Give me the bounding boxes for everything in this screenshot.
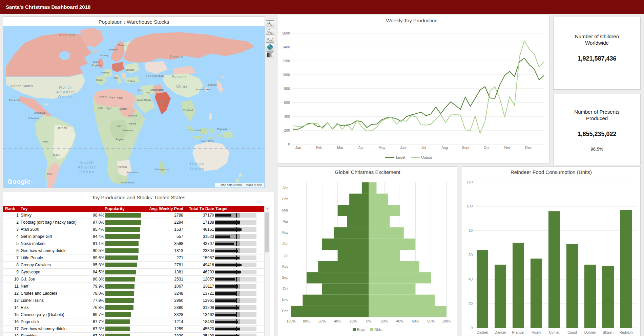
target-bullet — [215, 312, 256, 317]
map-label: Afghanistan — [150, 88, 164, 91]
map-label: DRC — [117, 125, 123, 128]
svg-text:Sept: Sept — [462, 145, 470, 150]
target-bullet — [215, 213, 256, 218]
map-gradient-scale-button[interactable] — [266, 51, 274, 58]
col-rank: Rank — [5, 206, 15, 212]
table-row: 14Risk76.8%288031208 — [3, 304, 264, 311]
svg-text:Jan: Jan — [295, 145, 301, 150]
svg-text:Jul: Jul — [284, 253, 288, 257]
map-label: Sweden — [109, 48, 118, 51]
map-label: Chile — [47, 173, 53, 176]
popularity-bar — [105, 227, 140, 232]
svg-text:Oct: Oct — [283, 287, 288, 291]
weekly-production-chart: 02004006008001000120014001600JanFebMarAp… — [277, 15, 549, 163]
table-row: 7Little People89.6%27115987 — [3, 254, 264, 262]
svg-text:Dancer: Dancer — [495, 330, 506, 334]
map-zoom-out-button[interactable] — [266, 28, 274, 35]
col-avg-weekly: Avg. Weekly Prod — [145, 206, 183, 212]
popularity-bar — [105, 220, 141, 225]
map-label: Atlantic — [56, 90, 75, 94]
map-label: Papua N... — [217, 128, 229, 131]
svg-text:60: 60 — [469, 253, 473, 257]
popularity-bar — [105, 234, 140, 239]
kpi-children-card: Number of Children Worldwide 1,921,587,4… — [553, 17, 641, 90]
globe-icon — [267, 44, 273, 50]
map-world-view-button[interactable] — [266, 44, 274, 50]
svg-text:Jun: Jun — [400, 145, 406, 150]
svg-text:Girls: Girls — [374, 328, 382, 332]
reindeer-title: Reindeer Food Consumption (Units) — [462, 169, 640, 175]
excitement-panel: Global Christmas Excitement JanFebMarApr… — [278, 166, 457, 336]
table-row: 2Footbag (dirt bag / hacky sack)97.0%229… — [3, 219, 264, 226]
svg-text:80%: 80% — [428, 319, 435, 323]
svg-text:80%: 80% — [303, 319, 310, 323]
svg-text:Jun: Jun — [283, 242, 288, 246]
target-bullet — [215, 263, 256, 267]
popularity-bar — [105, 305, 133, 310]
map-label: Finland — [118, 44, 127, 47]
svg-text:400: 400 — [284, 114, 290, 118]
map-zoom-in-button[interactable] — [266, 20, 274, 27]
map-label: China — [176, 84, 187, 88]
world-map[interactable]: Google GreenlandNorwaySwedenFinlandUnite… — [3, 26, 265, 188]
svg-text:Mar: Mar — [337, 145, 344, 150]
svg-text:Cupid: Cupid — [567, 330, 577, 334]
map-label: North — [59, 85, 72, 89]
table-row: 1Slinky98.4%278837170 — [3, 212, 264, 219]
svg-text:1000: 1000 — [282, 73, 290, 77]
target-bullet — [215, 291, 256, 296]
map-label: Iraq — [138, 89, 143, 92]
svg-text:May: May — [282, 230, 289, 234]
zoom-in-icon — [267, 21, 273, 26]
svg-text:60%: 60% — [318, 319, 326, 323]
svg-text:Target: Target — [395, 155, 405, 159]
svg-text:Aug: Aug — [282, 264, 288, 268]
map-zoom-selection-button[interactable] — [266, 36, 274, 43]
zoom-out-icon — [267, 29, 273, 34]
map-label: Mali — [98, 106, 103, 109]
google-logo: Google — [7, 178, 30, 185]
scrollbar-thumb[interactable] — [265, 212, 269, 252]
popularity-bar — [105, 334, 130, 336]
svg-text:600: 600 — [284, 100, 290, 105]
map-label: Indian — [190, 162, 205, 166]
svg-text:40%: 40% — [396, 319, 403, 323]
table-row: 3Atari 260095.4%153746151 — [3, 226, 264, 233]
map-label: Thailand — [183, 109, 193, 112]
map-label: Ocean — [190, 167, 205, 171]
svg-text:100%: 100% — [287, 319, 296, 323]
popularity-bar — [105, 284, 134, 289]
toy-table-panel: Toy Production and Stocks: United States… — [3, 192, 274, 336]
target-bullet — [215, 319, 256, 324]
popularity-bar — [105, 312, 131, 317]
map-label: Tanzania — [123, 129, 133, 132]
map-label: Botswana — [127, 171, 138, 174]
table-row: 16Pogo stick67.7%121418483 — [3, 318, 264, 326]
popularity-bar — [105, 213, 141, 218]
svg-text:Mar: Mar — [282, 208, 289, 212]
gradient-scale-icon — [267, 52, 273, 58]
svg-text:Vixen: Vixen — [532, 330, 541, 334]
map-label: Russia — [170, 55, 183, 59]
svg-text:Apr: Apr — [358, 145, 364, 150]
kpi-presents-label: Number of Presents Produced — [566, 109, 627, 122]
scroll-up-button[interactable]: ▲ — [265, 206, 270, 211]
table-scrollbar[interactable]: ▲ — [264, 206, 270, 336]
svg-text:120: 120 — [466, 180, 473, 184]
map-data-text: Map data ©2018 — [221, 183, 242, 187]
map-label: Madagascar — [155, 168, 169, 171]
target-bullet — [215, 220, 256, 225]
table-row: 15Chinese yo-yo (Diabolo)69.7%332813462 — [3, 311, 264, 318]
map-label: Kazakhstan — [145, 74, 164, 78]
map-label: Italy — [113, 76, 118, 79]
map-label: Spain — [96, 79, 102, 82]
svg-text:20%: 20% — [381, 319, 388, 323]
weekly-production-panel: Weekly Toy Production 020040060080010001… — [277, 15, 550, 163]
svg-text:Rudolph: Rudolph — [619, 330, 632, 334]
map-label: Niger — [106, 107, 112, 110]
target-bullet — [215, 284, 256, 289]
svg-text:May: May — [379, 145, 386, 150]
terms-of-use-link[interactable]: Terms of Use — [245, 183, 262, 187]
svg-text:100: 100 — [466, 204, 473, 208]
map-label: India — [158, 100, 167, 104]
